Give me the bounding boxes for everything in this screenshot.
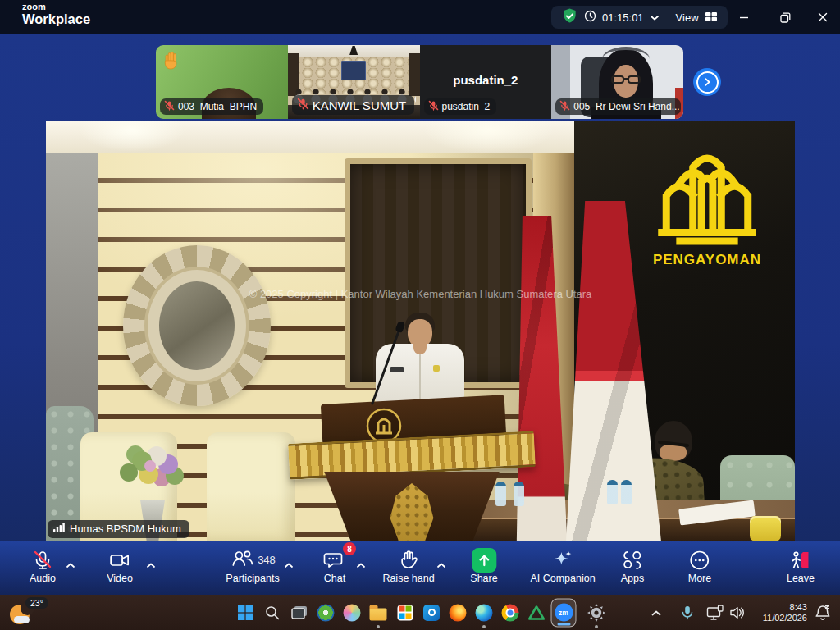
video-tile-kanwil-sumut[interactable]: KANWIL SUMUT	[288, 45, 420, 119]
video-button[interactable]: Video	[107, 547, 133, 584]
task-view-button[interactable]	[291, 605, 308, 620]
active-speaker-video[interactable]: PENGAYOMAN ©	[46, 121, 795, 541]
file-explorer-button[interactable]	[370, 605, 387, 620]
speaker-badge	[433, 365, 440, 372]
participants-count: 348	[258, 554, 276, 566]
participant-filmstrip: 003_Mutia_BPHN KANWIL SUMUT pusdatin_2	[156, 45, 683, 119]
speaker-icon	[729, 605, 746, 620]
bell-dnd-icon	[815, 605, 830, 621]
display-name-text: pusdatin_2	[420, 73, 552, 87]
edge-button[interactable]	[476, 604, 493, 621]
chat-options-chevron[interactable]	[356, 557, 366, 572]
zoom-app-button[interactable]: zm	[551, 598, 577, 627]
participants-options-chevron[interactable]	[284, 557, 294, 572]
weather-widget[interactable]: 23°	[8, 597, 54, 628]
muted-mic-icon	[164, 100, 175, 113]
outlook-icon	[423, 605, 440, 621]
nameplate: KANWIL SUMUT	[292, 95, 414, 115]
view-button-label[interactable]: View	[676, 11, 699, 24]
raise-hand-options-chevron[interactable]	[436, 557, 446, 572]
apps-button[interactable]: Apps	[621, 547, 645, 584]
share-label: Share	[470, 573, 497, 584]
windows-taskbar: 23°	[0, 595, 840, 630]
view-grid-icon[interactable]	[705, 11, 718, 25]
brand-zoom: zoom	[22, 2, 90, 12]
settings-button[interactable]	[587, 604, 605, 622]
firefox-icon	[450, 604, 467, 621]
water-bottle	[607, 480, 618, 504]
video-options-chevron[interactable]	[146, 557, 156, 572]
idm-icon	[317, 604, 335, 621]
monitor-plug-icon	[706, 605, 724, 621]
copyright-watermark: © 2025 Copyright | Kantor Wilayah Kement…	[46, 288, 795, 300]
restore-button[interactable]	[771, 5, 799, 30]
raise-hand-button[interactable]: Raise hand	[382, 547, 434, 584]
leave-button[interactable]: Leave	[787, 547, 815, 584]
taskbar-clock[interactable]: 8:43 11/02/2026	[763, 601, 807, 623]
video-label: Video	[107, 573, 133, 584]
more-button[interactable]: More	[688, 547, 711, 584]
mic-muted-icon	[32, 547, 53, 573]
cloud-icon	[14, 616, 30, 623]
nameplate: pusdatin_2	[424, 98, 497, 115]
participants-button[interactable]: 348 Participants	[226, 547, 279, 584]
outlook-button[interactable]	[423, 605, 440, 621]
chrome-button[interactable]	[502, 604, 519, 621]
minimize-button[interactable]	[730, 5, 758, 30]
microsoft-store-button[interactable]	[398, 605, 413, 620]
search-button[interactable]	[264, 605, 281, 621]
glasses-icon	[610, 75, 641, 84]
ornate-mirror	[123, 245, 271, 406]
tray-mic-button[interactable]	[682, 605, 693, 620]
green-triangle-icon	[528, 605, 545, 620]
meeting-timer: 01:15:01	[602, 11, 644, 24]
more-ellipsis-icon	[688, 547, 711, 573]
water-bottle	[514, 482, 524, 506]
leave-meeting-icon	[789, 547, 812, 573]
meeting-info-pill[interactable]: 01:15:01 View	[551, 6, 728, 29]
start-button[interactable]	[238, 605, 253, 620]
clock-icon	[584, 10, 596, 25]
firefox-button[interactable]	[450, 604, 467, 621]
flower-bouquet	[144, 460, 156, 472]
participant-name: 005_Rr Dewi Sri Hand...	[573, 101, 679, 112]
nameplate: 005_Rr Dewi Sri Hand...	[555, 98, 681, 115]
wall-banner	[341, 61, 366, 80]
share-button[interactable]: Share	[470, 547, 497, 584]
security-shield-icon[interactable]	[561, 7, 578, 27]
timer-chevron-down-icon[interactable]	[650, 11, 660, 24]
speaker-name-tag	[390, 367, 404, 372]
temperature-badge: 23°	[25, 597, 48, 609]
tray-volume-button[interactable]	[729, 605, 746, 620]
chevron-right-icon	[696, 71, 719, 94]
notification-center-button[interactable]	[815, 605, 830, 621]
drive-button[interactable]	[528, 605, 545, 620]
nameplate: 003_Mutia_BPHN	[160, 98, 263, 115]
tray-network-button[interactable]	[706, 605, 724, 621]
chat-unread-badge: 8	[343, 542, 356, 555]
participants-label: Participants	[226, 573, 279, 584]
tray-overflow-button[interactable]	[651, 609, 662, 616]
video-tile-dewi[interactable]: 005_Rr Dewi Sri Hand...	[551, 45, 683, 119]
participant-name: KANWIL SUMUT	[313, 98, 406, 112]
active-speaker-name: Humas BPSDM Hukum	[70, 523, 181, 535]
apps-label: Apps	[621, 573, 645, 584]
muted-mic-icon	[559, 100, 570, 113]
video-tile-pusdatin[interactable]: pusdatin_2 pusdatin_2	[420, 45, 552, 119]
headset-band	[602, 47, 650, 71]
audio-label: Audio	[30, 573, 56, 584]
next-participants-button[interactable]	[693, 68, 721, 96]
meeting-toolbar: Audio Video 348 Participants	[0, 541, 840, 595]
audio-options-chevron[interactable]	[66, 557, 75, 572]
ai-companion-button[interactable]: AI Companion	[530, 547, 595, 584]
clock-date: 11/02/2026	[763, 613, 807, 624]
camera-icon	[108, 547, 131, 573]
copilot-app-button[interactable]	[344, 604, 361, 621]
chat-button[interactable]: 8 Chat	[323, 547, 346, 584]
title-bar: zoom Workplace 01:15:01 View	[0, 0, 840, 34]
close-button[interactable]	[809, 5, 837, 30]
video-tile-mutia[interactable]: 003_Mutia_BPHN	[156, 45, 288, 119]
audio-button[interactable]: Audio	[30, 547, 56, 584]
idm-app-button[interactable]	[317, 604, 335, 621]
store-icon	[398, 605, 413, 620]
